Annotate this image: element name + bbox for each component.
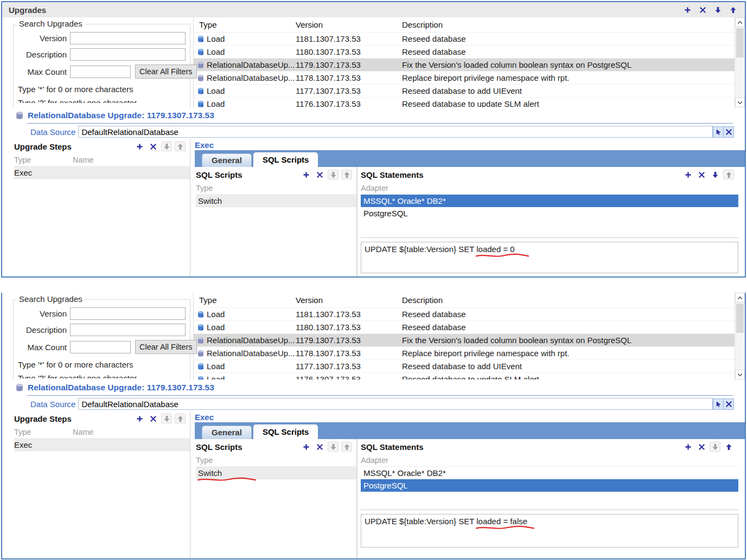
table-row-clipped[interactable]: Load 1176.1307.173.53 Reseed database to… xyxy=(194,98,735,107)
move-up-icon xyxy=(341,442,352,452)
delete-icon[interactable] xyxy=(314,170,325,179)
data-source-input[interactable] xyxy=(78,126,713,138)
heading-rule xyxy=(27,123,733,124)
data-source-label: Data Source xyxy=(30,400,75,409)
scroll-up-icon[interactable] xyxy=(735,293,745,302)
move-down-icon xyxy=(161,414,172,423)
table-scrollbar[interactable] xyxy=(735,293,745,379)
add-icon[interactable] xyxy=(682,442,693,452)
sql-script-row[interactable]: Switch xyxy=(196,467,356,479)
relational-database-icon xyxy=(197,350,205,357)
table-row[interactable]: Load 1177.1307.173.53 Reseed database to… xyxy=(194,85,735,98)
upgrades-table: Type Version Description Load 1181.1307.… xyxy=(194,293,735,379)
sql-script-row[interactable]: Switch xyxy=(196,195,356,207)
scrollbar-thumb[interactable] xyxy=(736,304,744,333)
detail-heading: RelationalDatabase Upgrade: 1179.1307.17… xyxy=(2,107,745,124)
delete-icon[interactable] xyxy=(696,170,707,179)
sql-statement-editor[interactable]: UPDATE ${table:Version} SET loaded = fal… xyxy=(361,514,738,548)
search-groupbox: Search Upgrades Version Description Max … xyxy=(13,299,190,379)
version-input[interactable] xyxy=(70,307,186,320)
add-icon[interactable] xyxy=(682,5,693,15)
scroll-down-icon[interactable] xyxy=(735,98,745,107)
table-row-selected[interactable]: RelationalDatabaseUp... 1179.1307.173.53… xyxy=(194,334,735,347)
search-group-label: Search Upgrades xyxy=(17,19,85,28)
table-row[interactable]: RelationalDatabaseUp... 1178.1307.173.53… xyxy=(194,72,735,85)
version-label: Version xyxy=(18,34,67,43)
detail-heading: RelationalDatabase Upgrade: 1179.1307.17… xyxy=(2,379,745,396)
table-row-selected[interactable]: RelationalDatabaseUp... 1179.1307.173.53… xyxy=(194,59,735,72)
clear-all-filters-button[interactable]: Clear All Filters xyxy=(135,340,197,354)
add-icon[interactable] xyxy=(682,170,693,179)
red-squiggle-underline xyxy=(197,477,257,482)
annotated-sql-fragment: loaded = false xyxy=(476,517,527,526)
col-header-type: Type xyxy=(194,295,296,305)
scripts-col-type: Type xyxy=(196,184,213,192)
tab-general[interactable]: General xyxy=(202,426,252,439)
max-count-input[interactable] xyxy=(70,66,131,78)
add-icon[interactable] xyxy=(301,442,311,452)
max-count-label: Max Count xyxy=(18,67,67,76)
data-source-input[interactable] xyxy=(78,398,713,410)
table-row[interactable]: Load 1177.1307.173.53 Reseed database to… xyxy=(194,360,735,373)
clear-value-icon[interactable] xyxy=(723,398,734,410)
table-scrollbar[interactable] xyxy=(735,17,745,107)
move-up-icon xyxy=(723,170,734,179)
search-hint-1: Type '*' for 0 or more characters xyxy=(18,360,186,369)
delete-icon[interactable] xyxy=(697,5,708,15)
window-titlebar: Upgrades xyxy=(2,2,745,17)
table-row[interactable]: Load 1181.1307.173.53 Reseed database xyxy=(194,308,735,321)
upgrades-table: Type Version Description Load 1181.1307.… xyxy=(194,17,735,107)
search-hint-2-clipped: Type '?' for exactly one character xyxy=(18,98,186,103)
tab-general[interactable]: General xyxy=(202,153,252,167)
version-label: Version xyxy=(18,309,67,318)
delete-icon[interactable] xyxy=(314,442,325,452)
col-header-version: Version xyxy=(296,20,402,29)
adapter-row[interactable]: PostgreSQL xyxy=(361,207,738,220)
delete-icon[interactable] xyxy=(696,442,707,452)
max-count-input[interactable] xyxy=(70,341,131,353)
adapter-row[interactable]: MSSQL* Oracle* DB2* xyxy=(361,467,738,479)
annotated-sql-fragment: loaded = 0 xyxy=(476,244,514,254)
exec-step-label: Exec xyxy=(195,411,745,422)
scroll-up-icon[interactable] xyxy=(735,17,745,27)
table-row-clipped[interactable]: Load 1176.1307.173.53 Reseed database to… xyxy=(194,373,735,379)
table-row[interactable]: RelationalDatabaseUp... 1178.1307.173.53… xyxy=(194,347,735,360)
tab-sql-scripts[interactable]: SQL Scripts xyxy=(253,424,318,439)
move-up-icon[interactable] xyxy=(727,5,738,15)
adapter-row-selected[interactable]: MSSQL* Oracle* DB2* xyxy=(361,195,738,207)
add-icon[interactable] xyxy=(134,414,145,423)
table-row[interactable]: Load 1180.1307.173.53 Reseed database xyxy=(194,321,735,334)
adapter-list: MSSQL* Oracle* DB2* PostgreSQL xyxy=(361,467,738,510)
move-down-icon[interactable] xyxy=(710,170,720,179)
sql-statements-title: SQL Statements xyxy=(361,442,424,452)
load-database-icon xyxy=(197,48,205,56)
select-pointer-icon[interactable] xyxy=(713,126,724,138)
add-icon[interactable] xyxy=(134,141,145,151)
select-pointer-icon[interactable] xyxy=(713,398,724,410)
add-icon[interactable] xyxy=(301,170,311,179)
scrollbar-thumb[interactable] xyxy=(736,28,744,57)
clear-all-filters-button[interactable]: Clear All Filters xyxy=(135,65,197,79)
sql-statement-editor[interactable]: UPDATE ${table:Version} SET loaded = 0 xyxy=(361,242,738,273)
description-input[interactable] xyxy=(70,48,186,61)
table-row[interactable]: Load 1181.1307.173.53 Reseed database xyxy=(194,33,735,46)
description-input[interactable] xyxy=(70,324,186,336)
move-down-icon[interactable] xyxy=(712,5,723,15)
adapter-row-selected[interactable]: PostgreSQL xyxy=(361,479,738,492)
sql-scripts-title: SQL Scripts xyxy=(196,170,242,179)
upgrade-steps-panel: Upgrade Steps Type Name Exec xyxy=(2,411,190,558)
upgrade-step-row[interactable]: Exec xyxy=(14,166,190,179)
steps-col-type: Type xyxy=(14,428,73,436)
clear-value-icon[interactable] xyxy=(723,126,734,138)
tab-band: General SQL Scripts xyxy=(195,150,745,167)
delete-icon[interactable] xyxy=(148,141,158,151)
sql-statements-panel: SQL Statements Adapter MSSQL* Oracle* DB… xyxy=(357,167,738,276)
upgrade-step-row[interactable]: Exec xyxy=(14,439,190,451)
sql-statements-title: SQL Statements xyxy=(361,170,424,179)
scroll-down-icon[interactable] xyxy=(735,370,745,379)
delete-icon[interactable] xyxy=(148,414,158,423)
tab-sql-scripts[interactable]: SQL Scripts xyxy=(253,152,318,167)
version-input[interactable] xyxy=(70,32,186,44)
table-row[interactable]: Load 1180.1307.173.53 Reseed database xyxy=(194,46,735,59)
move-up-icon[interactable] xyxy=(723,442,734,452)
